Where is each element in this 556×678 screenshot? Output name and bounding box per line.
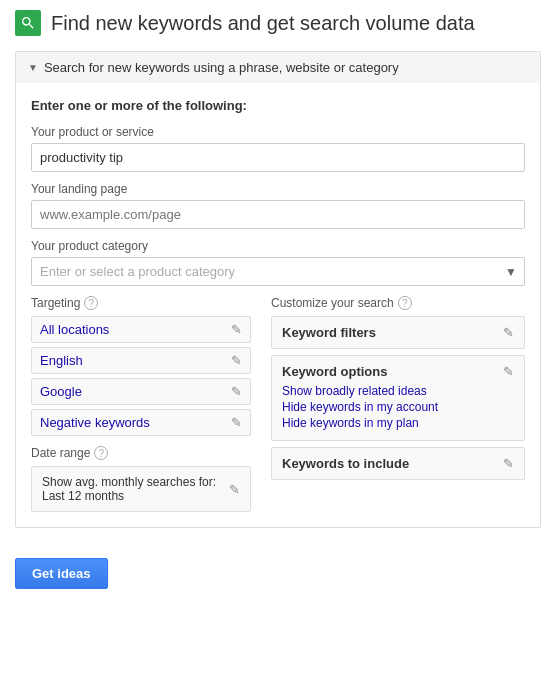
keywords-to-include-edit-icon[interactable]: ✎ <box>503 456 514 471</box>
english-text: English <box>40 353 83 368</box>
targeting-row-google[interactable]: Google ✎ <box>31 378 251 405</box>
date-range-section: Date range ? Show avg. monthly searches … <box>31 446 251 512</box>
negative-keywords-text: Negative keywords <box>40 415 150 430</box>
date-range-label: Date range ? <box>31 446 251 460</box>
two-col-layout: Targeting ? All locations ✎ English ✎ Go… <box>31 296 525 512</box>
broadly-related-link[interactable]: Show broadly related ideas <box>282 384 514 398</box>
customize-section-label: Customize your search ? <box>271 296 525 310</box>
keyword-options-edit-icon[interactable]: ✎ <box>503 364 514 379</box>
hide-plan-link[interactable]: Hide keywords in my plan <box>282 416 514 430</box>
google-edit-icon[interactable]: ✎ <box>231 384 242 399</box>
customize-help-icon[interactable]: ? <box>398 296 412 310</box>
category-select[interactable]: Enter or select a product category <box>31 257 525 286</box>
targeting-section-label: Targeting ? <box>31 296 251 310</box>
date-range-edit-icon[interactable]: ✎ <box>229 482 240 497</box>
keyword-options-card: Keyword options ✎ Show broadly related i… <box>271 355 525 441</box>
negative-keywords-edit-icon[interactable]: ✎ <box>231 415 242 430</box>
keyword-options-header: Keyword options ✎ <box>282 364 514 379</box>
targeting-row-all-locations[interactable]: All locations ✎ <box>31 316 251 343</box>
keyword-filters-title: Keyword filters <box>282 325 376 340</box>
collapsible-section: ▼ Search for new keywords using a phrase… <box>15 51 541 528</box>
collapse-arrow-icon: ▼ <box>28 62 38 73</box>
google-text: Google <box>40 384 82 399</box>
keyword-options-title: Keyword options <box>282 364 387 379</box>
get-ideas-button[interactable]: Get ideas <box>15 558 108 589</box>
left-column: Targeting ? All locations ✎ English ✎ Go… <box>31 296 251 512</box>
hide-account-link[interactable]: Hide keywords in my account <box>282 400 514 414</box>
date-range-box[interactable]: Show avg. monthly searches for: Last 12 … <box>31 466 251 512</box>
collapsible-label: Search for new keywords using a phrase, … <box>44 60 399 75</box>
product-input[interactable] <box>31 143 525 172</box>
keyword-filters-header: Keyword filters ✎ <box>282 325 514 340</box>
category-select-wrapper: Enter or select a product category ▼ <box>31 257 525 286</box>
search-icon-box <box>15 10 41 36</box>
all-locations-text: All locations <box>40 322 109 337</box>
product-label: Your product or service <box>31 125 525 139</box>
date-range-help-icon[interactable]: ? <box>94 446 108 460</box>
landing-input[interactable] <box>31 200 525 229</box>
right-column: Customize your search ? Keyword filters … <box>271 296 525 512</box>
search-icon <box>20 15 36 31</box>
keywords-to-include-card: Keywords to include ✎ <box>271 447 525 480</box>
keywords-to-include-title: Keywords to include <box>282 456 409 471</box>
form-section-title: Enter one or more of the following: <box>31 98 525 113</box>
date-range-text: Show avg. monthly searches for: Last 12 … <box>42 475 229 503</box>
page-header: Find new keywords and get search volume … <box>15 10 541 36</box>
english-edit-icon[interactable]: ✎ <box>231 353 242 368</box>
page-title: Find new keywords and get search volume … <box>51 12 475 35</box>
keyword-options-links: Show broadly related ideas Hide keywords… <box>282 384 514 430</box>
all-locations-edit-icon[interactable]: ✎ <box>231 322 242 337</box>
targeting-help-icon[interactable]: ? <box>84 296 98 310</box>
landing-label: Your landing page <box>31 182 525 196</box>
category-label: Your product category <box>31 239 525 253</box>
collapsible-body: Enter one or more of the following: Your… <box>16 83 540 527</box>
collapsible-header[interactable]: ▼ Search for new keywords using a phrase… <box>16 52 540 83</box>
keywords-to-include-header: Keywords to include ✎ <box>282 456 514 471</box>
targeting-row-english[interactable]: English ✎ <box>31 347 251 374</box>
targeting-row-negative-keywords[interactable]: Negative keywords ✎ <box>31 409 251 436</box>
keyword-filters-edit-icon[interactable]: ✎ <box>503 325 514 340</box>
keyword-filters-card: Keyword filters ✎ <box>271 316 525 349</box>
